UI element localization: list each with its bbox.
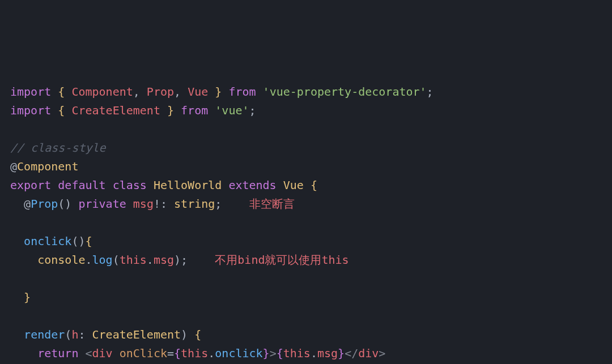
brace-open: { [311,178,317,192]
jsx-brace-close: } [263,346,270,360]
dot: . [147,253,154,267]
keyword-this: this [181,346,208,360]
comma: , [174,85,181,99]
equals: = [167,346,174,360]
angle-open: < [85,346,92,360]
jsx-brace-close: } [338,346,345,360]
keyword-from: from [228,85,256,99]
blank-line [10,269,602,288]
keyword-default: default [58,178,105,192]
at-sign: @ [24,197,31,211]
code-line-4: // class-style [10,139,602,157]
colon: : [160,197,167,211]
tag-div: div [358,346,379,360]
type-string: string [174,197,215,211]
param-h: h [71,328,78,341]
identifier-prop: Prop [147,85,174,99]
property-msg: msg [154,253,174,267]
method-log: log [92,253,113,267]
semicolon: ; [249,104,256,117]
blank-line [10,307,602,326]
brace-close: } [167,104,174,117]
identifier-vue: Vue [188,85,208,99]
property-msg: msg [317,346,338,360]
bang: ! [154,197,160,211]
code-line-1: import { Component, Prop, Vue } from 'vu… [10,83,602,101]
paren-close: ) [181,328,188,341]
semicolon: ; [427,85,434,99]
attr-onclick: onClick [120,346,167,360]
blank-line [10,120,602,139]
code-line-10: console.log(this.msg); 不用bind就可以使用this [10,251,602,269]
dot: . [208,346,215,360]
code-line-6: export default class HelloWorld extends … [10,176,602,195]
keyword-from: from [181,104,208,117]
semicolon: ; [215,197,222,211]
method-onclick: onclick [24,234,71,248]
brace-open: { [194,328,201,341]
property-onclick: onclick [215,346,262,360]
brace-open: { [85,234,92,248]
classname-helloworld: HelloWorld [154,178,222,192]
code-line-5: @Component [10,157,602,176]
angle-close: > [270,346,277,360]
keyword-extends: extends [228,178,276,192]
parentheses: () [71,234,85,248]
brace-open: { [58,104,65,117]
code-editor[interactable]: import { Component, Prop, Vue } from 'vu… [10,83,602,364]
comment: // class-style [10,141,106,155]
brace-close: } [215,85,222,99]
code-line-7: @Prop() private msg!: string; 非空断言 [10,195,602,213]
keyword-this: this [283,346,311,360]
comma: , [133,85,140,99]
keyword-import: import [10,85,51,99]
keyword-class: class [113,178,147,192]
console: console [37,253,85,267]
code-line-9: onclick(){ [10,232,602,251]
method-render: render [24,328,65,341]
jsx-brace-open: { [174,346,181,360]
dot: . [85,253,92,267]
paren-open: ( [113,253,120,267]
keyword-this: this [120,253,147,267]
decorator-component: Component [17,160,78,173]
brace-close: } [24,290,31,304]
property-msg: msg [133,197,154,211]
annotation-no-bind: 不用bind就可以使用this [215,253,348,267]
tag-div: div [92,346,113,360]
identifier-component: Component [71,85,133,99]
colon: : [78,328,85,341]
angle-close: > [379,346,385,360]
angle-open-close: </ [345,346,358,360]
paren-close: ) [174,253,181,267]
code-line-2: import { CreateElement } from 'vue'; [10,101,602,120]
code-line-12: } [10,288,602,307]
keyword-import: import [10,104,51,117]
code-line-14: render(h: CreateElement) { [10,326,602,344]
classname-vue: Vue [283,178,304,192]
annotation-non-null: 非空断言 [249,197,295,211]
jsx-brace-open: { [277,346,283,360]
string-literal: 'vue' [215,104,249,117]
brace-open: { [58,85,65,99]
string-literal: 'vue-property-decorator' [263,85,427,99]
dot: . [311,346,317,360]
code-line-15: return <div onClick={this.onclick}>{this… [10,344,602,363]
at-sign: @ [10,160,17,173]
parentheses: () [58,197,71,211]
semicolon: ; [181,253,188,267]
identifier-createelement: CreateElement [71,104,160,117]
type-createelement: CreateElement [92,328,181,341]
keyword-return: return [37,346,78,360]
blank-line [10,213,602,232]
decorator-prop: Prop [31,197,58,211]
paren-open: ( [65,328,71,341]
keyword-export: export [10,178,51,192]
keyword-private: private [78,197,126,211]
